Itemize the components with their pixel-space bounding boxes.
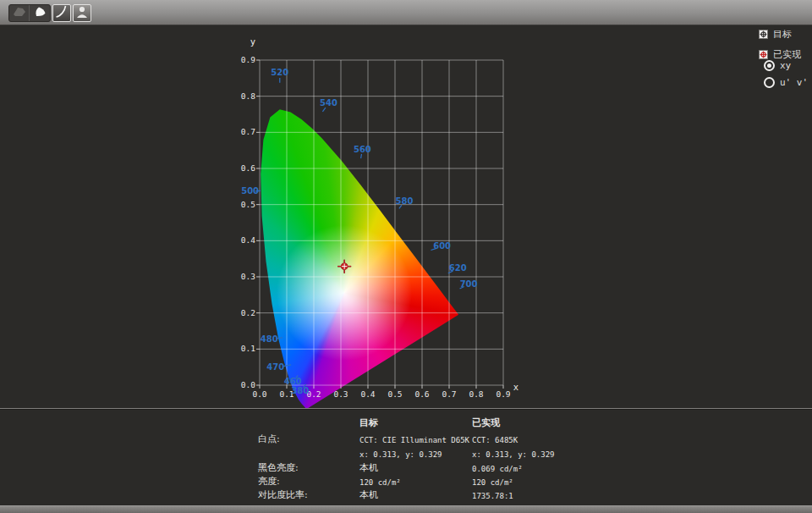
whitepoint-achieved-xy: x: 0.313, y: 0.329 xyxy=(472,450,555,460)
y-axis-tick-label: 0.2 xyxy=(237,309,255,317)
row-label-luminance: 亮度: xyxy=(258,477,280,487)
y-axis-tick-label: 0.7 xyxy=(237,128,255,136)
cie-diagram-button[interactable] xyxy=(30,5,50,21)
wavelength-label-470: 470 xyxy=(264,362,288,372)
row-label-blacklevel: 黑色亮度: xyxy=(258,463,299,473)
results-divider xyxy=(0,408,812,410)
col-header-achieved: 已实现 xyxy=(472,418,500,428)
wavelength-label-600: 600 xyxy=(431,241,454,251)
legend-target-label: 目标 xyxy=(773,28,792,41)
cie-chromaticity-gamut xyxy=(237,76,484,415)
row-label-whitepoint: 白点: xyxy=(258,434,280,444)
radio-xy[interactable]: xy xyxy=(764,60,791,71)
y-axis-tick-label: 0.0 xyxy=(237,381,255,389)
radio-uv[interactable]: u' v' xyxy=(764,77,808,88)
x-axis-tick-label: 0.7 xyxy=(440,390,458,399)
x-axis-tick-label: 0.0 xyxy=(250,390,269,399)
y-axis-tick-label: 0.1 xyxy=(237,345,255,353)
x-axis-tick-label: 0.6 xyxy=(413,390,431,399)
chart-line xyxy=(322,108,325,112)
view-toggle-group xyxy=(8,4,51,22)
cie-horseshoe-dark-icon xyxy=(12,5,27,22)
x-axis-tick-label: 0.1 xyxy=(277,390,296,399)
wavelength-label-580: 580 xyxy=(392,196,416,206)
color-calibration-window: y x 0.00.10.20.30.40.50.60.70.80.90.00.1… xyxy=(0,0,812,513)
radio-uv-button[interactable] xyxy=(764,77,775,88)
contrast-achieved: 1735.78:1 xyxy=(472,491,513,501)
cie-diagram-alt-button[interactable] xyxy=(9,5,30,21)
x-axis-tick-label: 0.4 xyxy=(359,390,377,399)
wavelength-label-520: 520 xyxy=(268,68,292,77)
y-axis-tick-label: 0.3 xyxy=(237,273,255,281)
x-axis-label: x xyxy=(511,382,521,392)
y-axis-tick-label: 0.8 xyxy=(237,92,255,101)
y-axis-tick-label: 0.6 xyxy=(237,164,255,173)
whitepoint-achieved-cct: CCT: 6485K xyxy=(472,435,518,445)
wavelength-label-540: 540 xyxy=(316,98,340,108)
gamma-curve-button[interactable] xyxy=(52,4,71,22)
contrast-target: 本机 xyxy=(359,490,378,500)
x-axis-tick-label: 0.5 xyxy=(386,390,404,399)
x-axis-tick-label: 0.9 xyxy=(494,390,513,399)
wavelength-label-560: 560 xyxy=(350,145,374,154)
luminance-target: 120 cd/m² xyxy=(359,477,401,488)
legend-target[interactable]: 目标 xyxy=(759,26,792,42)
gamma-curve-icon xyxy=(54,4,69,22)
y-axis-tick-label: 0.5 xyxy=(237,201,255,209)
chart-line xyxy=(448,271,453,273)
chart-panel: y x 0.00.10.20.30.40.50.60.70.80.90.00.1… xyxy=(0,25,812,505)
wavelength-label-700: 700 xyxy=(457,279,480,289)
toolbar xyxy=(0,0,812,25)
target-marker-icon xyxy=(759,26,768,42)
chart-line xyxy=(361,154,362,158)
chart-line xyxy=(431,248,436,250)
whitepoint-target-xy: x: 0.313, y: 0.329 xyxy=(359,450,442,460)
blacklevel-target: 本机 xyxy=(359,463,378,473)
legend-achieved-label: 已实现 xyxy=(773,48,801,61)
cie-horseshoe-icon xyxy=(32,5,47,22)
radio-xy-label: xy xyxy=(780,60,791,71)
y-axis-tick-label: 0.9 xyxy=(237,56,255,64)
row-label-contrast: 对比度比率: xyxy=(258,490,308,500)
image-preview-button[interactable] xyxy=(73,4,91,22)
chart-line xyxy=(460,287,464,290)
status-bar xyxy=(0,505,812,513)
chart-line xyxy=(399,205,402,208)
wavelength-label-500: 500 xyxy=(239,186,262,196)
y-axis-tick-label: 0.4 xyxy=(237,236,255,245)
wavelength-label-620: 620 xyxy=(446,263,469,273)
y-axis-label: y xyxy=(248,36,258,47)
radio-xy-button[interactable] xyxy=(764,60,775,71)
blacklevel-achieved: 0.069 cd/m² xyxy=(472,464,523,474)
wavelength-label-480: 480 xyxy=(257,334,281,344)
luminance-achieved: 120 cd/m² xyxy=(472,477,513,488)
x-axis-tick-label: 0.8 xyxy=(467,390,486,399)
radio-uv-label: u' v' xyxy=(780,77,808,88)
col-header-target: 目标 xyxy=(359,418,378,428)
whitepoint-target-cct: CCT: CIE Illuminant D65K xyxy=(359,435,469,445)
portrait-icon xyxy=(74,4,90,22)
